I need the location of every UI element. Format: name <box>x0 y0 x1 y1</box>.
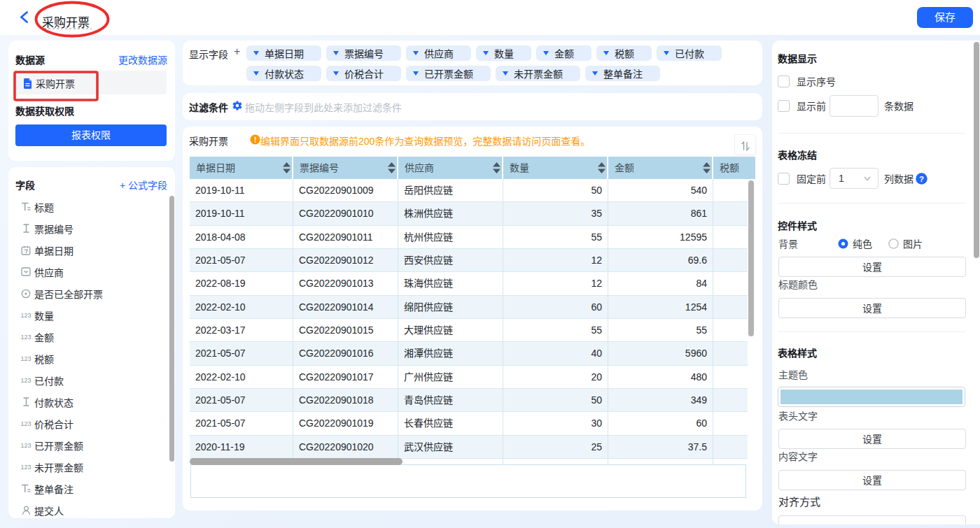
svg-text:?: ? <box>919 175 924 183</box>
